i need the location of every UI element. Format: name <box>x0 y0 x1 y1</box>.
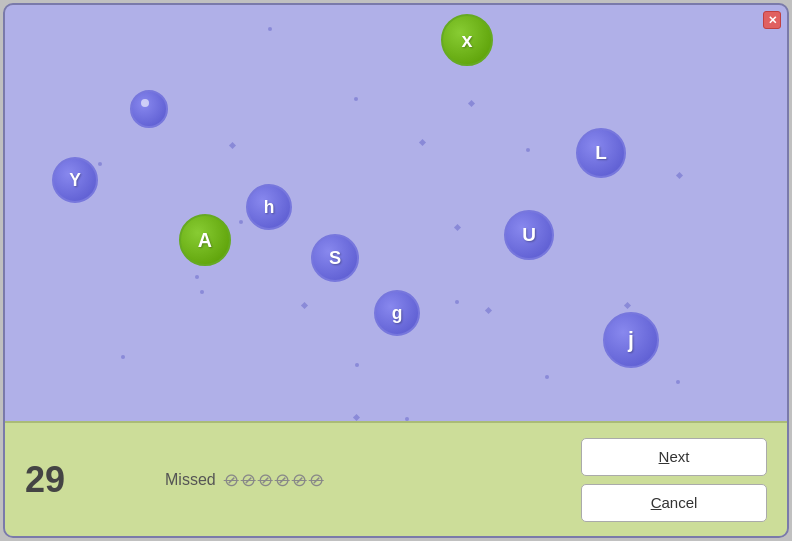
cancel-button[interactable]: Cancel <box>581 484 767 522</box>
dot-decoration <box>545 375 549 379</box>
next-label: Next <box>659 448 690 465</box>
dot-decoration <box>354 97 358 101</box>
missed-icon: ⊘ <box>224 469 239 491</box>
dot-decoration <box>355 363 359 367</box>
dot-decoration <box>98 162 102 166</box>
diamond-decoration <box>353 414 360 421</box>
diamond-decoration <box>676 172 683 179</box>
dot-decoration <box>526 148 530 152</box>
next-button[interactable]: Next <box>581 438 767 476</box>
app-window: ✕ xLUYhASgj 29 Missed ⊘⊘⊘⊘⊘⊘ Next Cancel <box>3 3 789 538</box>
missed-icons: ⊘⊘⊘⊘⊘⊘ <box>224 469 324 491</box>
missed-icon: ⊘ <box>309 469 324 491</box>
dot-decoration <box>195 275 199 279</box>
bubble-plain1[interactable] <box>130 90 168 128</box>
score-display: 29 <box>25 459 85 501</box>
buttons-section: Next Cancel <box>581 438 767 522</box>
diamond-decoration <box>419 139 426 146</box>
dot-decoration <box>268 27 272 31</box>
dot-decoration <box>676 380 680 384</box>
dot-decoration <box>200 290 204 294</box>
bubble-U[interactable]: U <box>504 210 554 260</box>
bubble-g[interactable]: g <box>374 290 420 336</box>
bubble-A[interactable]: A <box>179 214 231 266</box>
diamond-decoration <box>454 224 461 231</box>
cancel-label: Cancel <box>651 494 698 511</box>
diamond-decoration <box>624 302 631 309</box>
diamond-decoration <box>229 142 236 149</box>
missed-label: Missed <box>165 471 216 489</box>
missed-icon: ⊘ <box>292 469 307 491</box>
close-button[interactable]: ✕ <box>763 11 781 29</box>
bubble-highlight <box>141 99 149 107</box>
diamond-decoration <box>468 100 475 107</box>
bubble-L[interactable]: L <box>576 128 626 178</box>
game-area: xLUYhASgj <box>5 5 787 425</box>
bubble-h[interactable]: h <box>246 184 292 230</box>
dot-decoration <box>455 300 459 304</box>
missed-section: Missed ⊘⊘⊘⊘⊘⊘ <box>165 469 324 491</box>
bottom-bar: 29 Missed ⊘⊘⊘⊘⊘⊘ Next Cancel <box>5 421 787 536</box>
missed-icon: ⊘ <box>275 469 290 491</box>
dot-decoration <box>121 355 125 359</box>
dot-decoration <box>239 220 243 224</box>
missed-icon: ⊘ <box>241 469 256 491</box>
missed-icon: ⊘ <box>258 469 273 491</box>
bubble-S[interactable]: S <box>311 234 359 282</box>
diamond-decoration <box>485 307 492 314</box>
bubble-x[interactable]: x <box>441 14 493 66</box>
bubble-Y[interactable]: Y <box>52 157 98 203</box>
bubble-j[interactable]: j <box>603 312 659 368</box>
diamond-decoration <box>301 302 308 309</box>
